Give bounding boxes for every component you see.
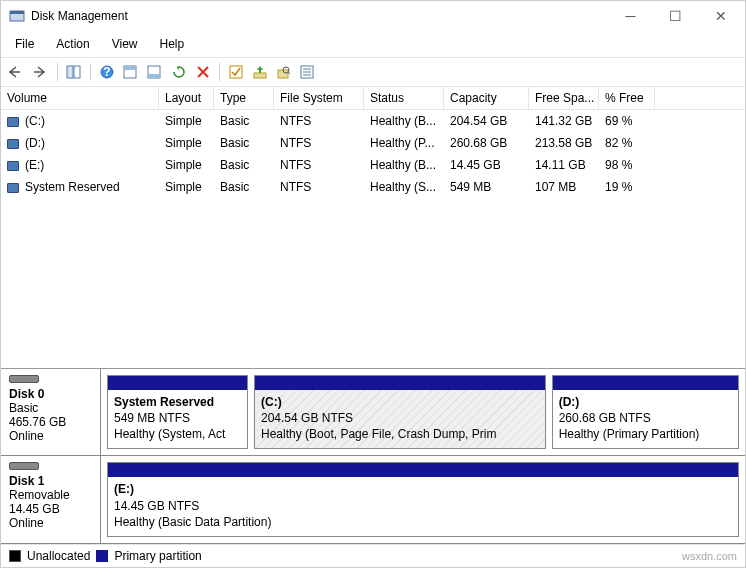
volume-table: Volume Layout Type File System Status Ca… xyxy=(1,87,745,198)
menu-help[interactable]: Help xyxy=(150,33,195,55)
disk-icon xyxy=(9,462,39,470)
partition-size: 204.54 GB NTFS xyxy=(261,410,539,426)
cell-free: 213.58 GB xyxy=(529,134,599,152)
partition-status: Healthy (System, Act xyxy=(114,426,241,442)
show-hide-icon[interactable] xyxy=(64,62,84,82)
col-layout[interactable]: Layout xyxy=(159,87,214,109)
disk-info[interactable]: Disk 1 Removable 14.45 GB Online xyxy=(1,456,101,543)
cell-type: Basic xyxy=(214,112,274,130)
menu-view[interactable]: View xyxy=(102,33,148,55)
col-volume[interactable]: Volume xyxy=(1,87,159,109)
disk-row: Disk 0 Basic 465.76 GB Online System Res… xyxy=(1,369,745,457)
table-row[interactable]: System ReservedSimpleBasicNTFSHealthy (S… xyxy=(1,176,745,198)
cell-pct: 19 % xyxy=(599,178,655,196)
menu-file[interactable]: File xyxy=(5,33,44,55)
cell-status: Healthy (S... xyxy=(364,178,444,196)
minimize-button[interactable]: ─ xyxy=(608,2,653,30)
partition-header xyxy=(553,376,738,390)
table-row[interactable]: (C:)SimpleBasicNTFSHealthy (B...204.54 G… xyxy=(1,110,745,132)
col-pct-free[interactable]: % Free xyxy=(599,87,655,109)
col-type[interactable]: Type xyxy=(214,87,274,109)
cell-fs: NTFS xyxy=(274,112,364,130)
table-row[interactable]: (D:)SimpleBasicNTFSHealthy (P...260.68 G… xyxy=(1,132,745,154)
partition-size: 260.68 GB NTFS xyxy=(559,410,732,426)
drive-icon xyxy=(7,161,19,171)
properties-icon[interactable] xyxy=(298,62,318,82)
partition-name: System Reserved xyxy=(114,394,241,410)
partition[interactable]: System Reserved 549 MB NTFS Healthy (Sys… xyxy=(107,375,248,450)
partition-area: System Reserved 549 MB NTFS Healthy (Sys… xyxy=(101,369,745,456)
cell-status: Healthy (B... xyxy=(364,112,444,130)
svg-rect-9 xyxy=(148,74,160,78)
svg-rect-10 xyxy=(230,66,242,78)
window-title: Disk Management xyxy=(25,9,608,23)
menu-bar: File Action View Help xyxy=(1,31,745,57)
back-icon[interactable] xyxy=(7,62,27,82)
disk-graphical-view: Disk 0 Basic 465.76 GB Online System Res… xyxy=(1,368,745,544)
cell-capacity: 14.45 GB xyxy=(444,156,529,174)
svg-rect-11 xyxy=(254,73,266,78)
find-icon[interactable] xyxy=(274,62,294,82)
partition-size: 14.45 GB NTFS xyxy=(114,498,732,514)
cell-pct: 98 % xyxy=(599,156,655,174)
partition-size: 549 MB NTFS xyxy=(114,410,241,426)
settings-top-icon[interactable] xyxy=(121,62,141,82)
svg-rect-1 xyxy=(10,11,24,14)
volume-name: System Reserved xyxy=(25,180,120,194)
cell-capacity: 549 MB xyxy=(444,178,529,196)
col-free[interactable]: Free Spa... xyxy=(529,87,599,109)
delete-icon[interactable] xyxy=(193,62,213,82)
partition-name: (C:) xyxy=(261,394,539,410)
disk-name: Disk 1 xyxy=(9,474,92,488)
disk-name: Disk 0 xyxy=(9,387,92,401)
cell-layout: Simple xyxy=(159,156,214,174)
volume-name: (E:) xyxy=(25,158,44,172)
partition-name: (E:) xyxy=(114,481,732,497)
partition[interactable]: (D:) 260.68 GB NTFS Healthy (Primary Par… xyxy=(552,375,739,450)
cell-fs: NTFS xyxy=(274,134,364,152)
volume-name: (C:) xyxy=(25,114,45,128)
cell-status: Healthy (P... xyxy=(364,134,444,152)
disk-kind: Basic xyxy=(9,401,92,415)
cell-free: 14.11 GB xyxy=(529,156,599,174)
maximize-button[interactable]: ☐ xyxy=(653,2,698,30)
disk-state: Online xyxy=(9,429,92,443)
disk-size: 465.76 GB xyxy=(9,415,92,429)
table-row[interactable]: (E:)SimpleBasicNTFSHealthy (B...14.45 GB… xyxy=(1,154,745,176)
cell-layout: Simple xyxy=(159,178,214,196)
drive-icon xyxy=(7,139,19,149)
settings-bottom-icon[interactable] xyxy=(145,62,165,82)
cell-layout: Simple xyxy=(159,134,214,152)
col-capacity[interactable]: Capacity xyxy=(444,87,529,109)
cell-fs: NTFS xyxy=(274,178,364,196)
partition-status: Healthy (Basic Data Partition) xyxy=(114,514,732,530)
legend: Unallocated Primary partition wsxdn.com xyxy=(1,544,745,567)
partition[interactable]: (E:) 14.45 GB NTFS Healthy (Basic Data P… xyxy=(107,462,739,537)
check-icon[interactable] xyxy=(226,62,246,82)
legend-unallocated: Unallocated xyxy=(27,549,90,563)
col-filesystem[interactable]: File System xyxy=(274,87,364,109)
legend-primary: Primary partition xyxy=(114,549,201,563)
toolbar: ? xyxy=(1,57,745,87)
volume-table-header: Volume Layout Type File System Status Ca… xyxy=(1,87,745,110)
help-icon[interactable]: ? xyxy=(97,62,117,82)
disk-size: 14.45 GB xyxy=(9,502,92,516)
partition-header xyxy=(255,376,545,390)
legend-swatch-unallocated xyxy=(9,550,21,562)
upload-icon[interactable] xyxy=(250,62,270,82)
partition-area: (E:) 14.45 GB NTFS Healthy (Basic Data P… xyxy=(101,456,745,543)
partition[interactable]: (C:) 204.54 GB NTFS Healthy (Boot, Page … xyxy=(254,375,546,450)
refresh-icon[interactable] xyxy=(169,62,189,82)
menu-action[interactable]: Action xyxy=(46,33,99,55)
svg-rect-2 xyxy=(67,66,73,78)
cell-free: 141.32 GB xyxy=(529,112,599,130)
forward-icon[interactable] xyxy=(31,62,51,82)
svg-text:?: ? xyxy=(103,65,110,79)
col-status[interactable]: Status xyxy=(364,87,444,109)
drive-icon xyxy=(7,117,19,127)
partition-header xyxy=(108,463,738,477)
col-spacer xyxy=(655,87,745,109)
close-button[interactable]: ✕ xyxy=(698,2,743,30)
cell-pct: 69 % xyxy=(599,112,655,130)
disk-info[interactable]: Disk 0 Basic 465.76 GB Online xyxy=(1,369,101,456)
